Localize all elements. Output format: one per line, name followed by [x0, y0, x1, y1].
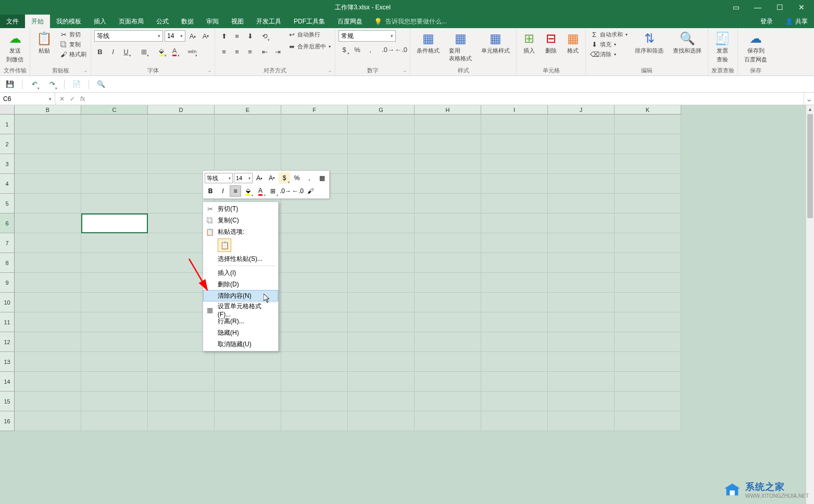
cell[interactable] [81, 273, 148, 293]
cancel-icon[interactable]: ✕ [59, 95, 65, 103]
cell-styles-button[interactable]: ▦单元格样式 [478, 30, 513, 56]
paste-button[interactable]: 📋 粘贴 [33, 30, 55, 56]
cell[interactable] [481, 213, 548, 233]
mini-format-painter-icon[interactable]: 🖌 [305, 185, 316, 197]
ctx-cut[interactable]: ✂剪切(T) [203, 203, 278, 215]
column-header[interactable]: J [548, 105, 615, 115]
underline-icon[interactable]: U [120, 46, 132, 57]
cell[interactable] [348, 312, 415, 332]
enter-icon[interactable]: ✓ [70, 95, 75, 103]
cell[interactable] [348, 194, 415, 213]
cell[interactable] [615, 174, 681, 194]
row-header[interactable]: 6 [0, 213, 15, 233]
ctx-delete[interactable]: 删除(D) [203, 279, 278, 290]
mini-bold-icon[interactable]: B [205, 185, 216, 197]
delete-cells-button[interactable]: ⊟删除 [542, 30, 560, 56]
column-header[interactable]: H [415, 105, 481, 115]
tab-home[interactable]: 开始 [25, 15, 50, 28]
bold-icon[interactable]: B [94, 46, 106, 57]
scroll-up-icon[interactable]: ▲ [806, 105, 814, 114]
cell[interactable] [281, 372, 348, 392]
align-center-icon[interactable]: ≡ [231, 46, 243, 57]
row-header[interactable]: 7 [0, 233, 15, 253]
font-color-icon[interactable]: A [169, 46, 180, 57]
mini-increase-font-icon[interactable]: A▴ [254, 172, 265, 184]
cell[interactable] [548, 411, 615, 431]
italic-icon[interactable]: I [107, 46, 119, 57]
cell[interactable] [15, 312, 81, 332]
send-to-wechat-button[interactable]: ☁ 发送 到微信 [3, 30, 27, 65]
autosum-button[interactable]: Σ自动求和▾ [589, 30, 629, 39]
cell[interactable] [481, 233, 548, 253]
increase-font-icon[interactable]: A▴ [187, 30, 198, 42]
column-header[interactable]: K [615, 105, 681, 115]
find-select-button[interactable]: 🔍查找和选择 [670, 30, 705, 56]
cell[interactable] [15, 134, 81, 154]
vertical-scrollbar[interactable]: ▲ [806, 105, 814, 504]
cell[interactable] [281, 115, 348, 134]
cell[interactable] [148, 392, 215, 411]
row-header[interactable]: 15 [0, 392, 15, 411]
cell[interactable] [281, 392, 348, 411]
column-header[interactable]: F [281, 105, 348, 115]
row-header[interactable]: 14 [0, 372, 15, 392]
cell[interactable] [81, 253, 148, 273]
cell[interactable] [148, 352, 215, 372]
invoice-verify-button[interactable]: 🧾发票查验 [711, 30, 733, 65]
share-button[interactable]: 👤 共享 [779, 15, 814, 28]
cell[interactable] [415, 194, 481, 213]
column-header[interactable]: G [348, 105, 415, 115]
select-all-corner[interactable] [0, 105, 15, 115]
cell[interactable] [615, 134, 681, 154]
cell[interactable] [348, 174, 415, 194]
tab-review[interactable]: 审阅 [200, 15, 225, 28]
cell[interactable] [81, 392, 148, 411]
cell[interactable] [615, 213, 681, 233]
ctx-clear-contents[interactable]: 清除内容(N) [203, 290, 278, 301]
expand-formula-bar-icon[interactable]: ⌄ [804, 93, 814, 105]
cell[interactable] [615, 411, 681, 431]
format-painter-button[interactable]: 🖌格式刷 [58, 50, 87, 59]
cell[interactable] [481, 154, 548, 174]
cell[interactable] [348, 392, 415, 411]
cell[interactable] [348, 134, 415, 154]
cell[interactable] [481, 134, 548, 154]
fx-icon[interactable]: fx [80, 95, 85, 103]
cell[interactable] [548, 372, 615, 392]
row-header[interactable]: 3 [0, 154, 15, 174]
mini-align-center-icon[interactable]: ≡ [230, 185, 241, 197]
cell[interactable] [15, 115, 81, 134]
mini-size-combo[interactable]: 14▾ [234, 173, 253, 183]
cell[interactable] [481, 253, 548, 273]
cell[interactable] [15, 213, 81, 233]
mini-italic-icon[interactable]: I [217, 185, 229, 197]
currency-icon[interactable]: $ [339, 44, 350, 55]
merge-center-button[interactable]: ⬌合并后居中▾ [286, 42, 332, 51]
row-header[interactable]: 16 [0, 411, 15, 431]
cell[interactable] [481, 352, 548, 372]
cell[interactable] [548, 293, 615, 312]
cell[interactable] [415, 213, 481, 233]
cell[interactable] [15, 352, 81, 372]
cell[interactable] [348, 154, 415, 174]
cell[interactable] [215, 352, 281, 372]
formula-input[interactable] [89, 93, 804, 105]
mini-font-color-icon[interactable]: A [255, 185, 266, 197]
cell[interactable] [481, 174, 548, 194]
cell[interactable] [281, 332, 348, 352]
cell[interactable] [281, 411, 348, 431]
font-name-combo[interactable]: 等线▾ [94, 30, 163, 42]
minimize-button[interactable]: — [747, 1, 768, 14]
tab-page-layout[interactable]: 页面布局 [112, 15, 150, 28]
cell[interactable] [415, 293, 481, 312]
cell[interactable] [281, 293, 348, 312]
cell[interactable] [81, 194, 148, 213]
fill-button[interactable]: ⬇填充▾ [589, 40, 629, 49]
format-as-table-button[interactable]: ▦套用 表格格式 [446, 30, 475, 64]
tab-pdf-tools[interactable]: PDF工具集 [287, 15, 331, 28]
cell[interactable] [15, 174, 81, 194]
cell[interactable] [281, 253, 348, 273]
cell[interactable] [281, 213, 348, 233]
cut-button[interactable]: ✂剪切 [58, 30, 87, 39]
tab-data[interactable]: 数据 [175, 15, 200, 28]
